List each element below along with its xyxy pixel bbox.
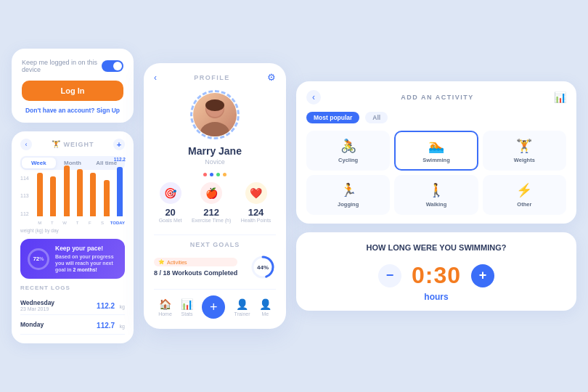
health-icon: ❤️ <box>245 182 267 204</box>
nav-me[interactable]: 👤 Me <box>259 298 271 317</box>
nav-log[interactable]: + <box>202 295 225 319</box>
log-item-wednesday: Wednesday 23 Mar 2019 112.2 kg <box>20 295 125 315</box>
keep-logged-toggle[interactable] <box>102 60 123 72</box>
me-icon: 👤 <box>259 298 271 310</box>
activity-back-button[interactable]: ‹ <box>306 90 321 105</box>
avatar <box>193 93 237 136</box>
timer-unit: hours <box>306 292 566 302</box>
bar-mon <box>35 173 45 216</box>
bar-today: 112.2 <box>115 167 125 216</box>
jogging-icon: 🏃 <box>340 182 356 198</box>
progress-desc: Based on your progress you will reach yo… <box>55 253 118 273</box>
nav-home[interactable]: 🏠 Home <box>158 298 172 317</box>
next-goals-title: NEXT GOALS <box>154 241 276 248</box>
profile-filter-button[interactable]: ⚙ <box>267 72 276 83</box>
activity-other[interactable]: ⚡ Other <box>483 175 566 215</box>
bottom-nav: 🏠 Home 📊 Stats + 👤 Trainer 👤 Me <box>154 289 276 319</box>
progress-banner: 72 % Keep your pace! Based on your progr… <box>20 239 125 279</box>
right-column: ‹ ADD AN ACTIVITY 📊 Most popular All 🚴 C… <box>296 81 576 311</box>
stat-health: ❤️ 124 Health Points <box>241 182 271 223</box>
weight-back-button[interactable]: ‹ <box>20 139 32 150</box>
stats-icon: 📊 <box>181 298 193 310</box>
bar-sat <box>101 180 111 216</box>
log-day: Wednesday <box>20 299 54 306</box>
activity-card: ‹ ADD AN ACTIVITY 📊 Most popular All 🚴 C… <box>296 81 576 224</box>
nav-trainer[interactable]: 👤 Trainer <box>234 298 250 317</box>
bar-fri <box>88 173 98 216</box>
activity-jogging[interactable]: 🏃 Jogging <box>306 175 390 215</box>
timer-minus-button[interactable]: − <box>378 264 401 287</box>
decoration-dots <box>203 173 226 176</box>
timer-controls: − 0:30 + <box>306 262 566 289</box>
log-date: 23 Mar 2019 <box>20 306 54 311</box>
health-label: Health Points <box>241 218 271 223</box>
weights-icon: 🏋️ <box>516 138 532 154</box>
login-button[interactable]: Log In <box>22 81 123 101</box>
activity-cycling[interactable]: 🚴 Cycling <box>306 131 390 171</box>
exercise-icon: 🍎 <box>200 182 222 204</box>
log-unit: kg <box>120 304 125 309</box>
weight-tabs: Week Month All time <box>20 156 125 170</box>
progress-title: Keep your pace! <box>55 245 118 252</box>
log-unit: kg <box>120 324 125 329</box>
signup-link[interactable]: Sign Up <box>97 107 120 114</box>
exercise-value: 212 <box>192 207 231 218</box>
profile-back-button[interactable]: ‹ <box>154 73 157 83</box>
activity-header: ‹ ADD AN ACTIVITY 📊 <box>306 90 566 105</box>
activity-swimming[interactable]: 🏊 Swimming <box>394 131 478 171</box>
weight-add-button[interactable]: + <box>113 139 125 150</box>
activity-title: ADD AN ACTIVITY <box>401 94 473 101</box>
svg-point-1 <box>200 122 229 136</box>
workout-ring: 44% <box>250 254 276 280</box>
avatar-ring <box>190 90 240 139</box>
profile-level: Novice <box>205 158 225 166</box>
log-weight: 112.7 <box>97 322 115 330</box>
tab-all[interactable]: All <box>365 112 388 123</box>
profile-name: Marry Jane <box>188 145 242 157</box>
activity-chart-icon[interactable]: 📊 <box>554 91 566 103</box>
timer-plus-button[interactable]: + <box>471 264 494 287</box>
activity-tabs: Most popular All <box>306 112 566 123</box>
cycling-icon: 🚴 <box>340 138 356 154</box>
swimming-icon: 🏊 <box>428 138 444 154</box>
ring-percent: 44% <box>257 264 269 271</box>
avatar-image <box>193 93 237 136</box>
log-weight: 112.2 <box>97 302 115 310</box>
workout-row: ⭐ Activities 8 / 18 Workouts Completed 4… <box>154 254 276 280</box>
profile-title: PROFILE <box>194 74 230 81</box>
tab-most-popular[interactable]: Most popular <box>306 112 359 123</box>
activity-walking[interactable]: 🚶 Walking <box>394 175 478 215</box>
tab-week[interactable]: Week <box>22 158 56 168</box>
chart-y-labels: 114 113 112 <box>20 176 29 225</box>
scale-icon: 🏋 <box>52 140 61 148</box>
workout-badge: ⭐ Activities <box>154 258 237 266</box>
goals-value: 20 <box>159 207 182 218</box>
activities-grid: 🚴 Cycling 🏊 Swimming 🏋️ Weights 🏃 Joggin… <box>306 131 566 215</box>
stats-row: 🎯 20 Goals Met 🍎 212 Exercise Time (h) ❤… <box>154 182 276 223</box>
timer-question: HOW LONG WERE YOU SWIMMING? <box>306 242 566 253</box>
activity-weights[interactable]: 🏋️ Weights <box>483 131 566 171</box>
weight-title: 🏋 WEIGHT <box>52 140 94 148</box>
add-icon: + <box>210 300 218 315</box>
home-icon: 🏠 <box>159 298 171 310</box>
progress-circle: 72 % <box>28 248 49 270</box>
signup-row: Don't have an account? Sign Up <box>22 107 123 114</box>
profile-card: ‹ PROFILE ⚙ Marry Jane Novice 🎯 20 Goals… <box>144 63 286 329</box>
profile-header: ‹ PROFILE ⚙ <box>154 72 276 83</box>
goals-icon: 🎯 <box>160 182 181 204</box>
timer-card: HOW LONG WERE YOU SWIMMING? − 0:30 + hou… <box>296 232 576 311</box>
chart-x-labels: M T W T F S TODAY <box>35 221 125 225</box>
chart-subtitle: weight (kg) by day <box>20 228 125 233</box>
toggle-label: Keep me logged in on this device <box>22 59 102 73</box>
trainer-icon: 👤 <box>236 298 248 310</box>
workout-progress-label: 8 / 18 Workouts Completed <box>154 269 237 277</box>
health-value: 124 <box>241 207 271 218</box>
weight-card: ‹ 🏋 WEIGHT + Week Month All time 114 113… <box>12 131 134 343</box>
goals-label: Goals Met <box>159 218 182 223</box>
chart-bars: 112.2 <box>35 176 125 216</box>
timer-display: 0:30 <box>412 262 461 289</box>
exercise-label: Exercise Time (h) <box>192 218 231 223</box>
signup-text: Don't have an account? <box>25 107 95 114</box>
login-card: Keep me logged in on this device Log In … <box>12 49 134 123</box>
nav-stats[interactable]: 📊 Stats <box>181 298 193 317</box>
